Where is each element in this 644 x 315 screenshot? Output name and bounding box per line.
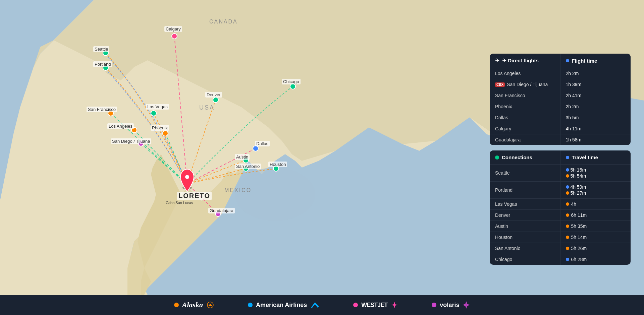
svg-point-29 [185,175,189,179]
city-aus: Austin [490,221,560,232]
time-sea: 5h 15m 5h 54m [560,165,631,181]
mexico-region-label: MEXICO [223,187,253,194]
svg-point-19 [163,131,168,136]
footer: Alaska American Airlines WESTJET volaris [0,295,644,315]
conn-row-hou: Houston 5h 14m [490,232,631,243]
connections-panel: Connections Travel time Seattle 5h 15m 5… [490,150,631,265]
hou-dot [566,236,569,239]
plane-icon: ✈ [495,58,499,64]
time-sat: 5h 26m [560,243,631,254]
volaris-brand: volaris [432,301,470,309]
city-sd: CBX San Diego / Tijuana [490,79,560,90]
american-name: American Airlines [256,302,307,309]
chi-dot [566,258,569,261]
flight-time-dot [566,59,569,62]
american-icon [310,302,320,308]
city-phx: Phoenix [490,101,560,112]
time-phx: 2h 2m [560,101,631,112]
sanantonio-label: San Antonio [235,164,261,169]
city-hou: Houston [490,232,560,243]
time-dal: 3h 5m [560,112,631,123]
cabosanlucas-label: Cabo San Lucas [164,200,194,205]
svg-point-13 [172,34,177,39]
direct-row-yyc: Calgary 4h 11m [490,123,631,134]
connections-header: Connections Travel time [490,150,631,165]
travel-time-dot [566,156,569,159]
conn-row-den: Denver 6h 11m [490,210,631,221]
connections-label: Connections [502,154,532,160]
conn-row-las: Las Vegas 4h [490,199,631,210]
sanfrancisco-label: San Francisco [87,107,117,112]
connections-dot [495,155,499,160]
city-dal: Dallas [490,112,560,123]
direct-flights-panel: ✈ ✈ Direct flights Flight time Los Angel… [490,54,631,145]
svg-point-26 [290,84,296,89]
lasvegas-label: Las Vegas [146,104,169,110]
direct-flights-header-col2: Flight time [560,54,631,68]
time-sf: 2h 41m [560,90,631,101]
city-yyc: Calgary [490,123,560,134]
loreto-label loreto-label: LORETO [177,192,212,200]
american-brand: American Airlines [248,302,320,309]
usa-region-label: USA [198,104,216,112]
time-hou: 5h 14m [560,232,631,243]
direct-row-sd: CBX San Diego / Tijuana 1h 39m [490,79,631,90]
city-sat: San Antonio [490,243,560,254]
sandiego-label: San Diego / Tijuana [111,138,151,144]
pdx-dot2 [566,191,569,195]
time-chi: 6h 28m [560,254,631,265]
direct-row-sf: San Francisco 2h 41m [490,90,631,101]
time-den: 6h 11m [560,210,631,220]
chicago-label: Chicago [282,79,301,84]
houston-label: Houston [268,162,287,167]
aus-dot [566,225,569,228]
dallas-label: Dallas [255,141,270,146]
svg-point-5 [235,168,315,221]
portland-label: Portland [93,61,112,67]
westjet-dot [353,303,358,307]
info-panel: ✈ ✈ Direct flights Flight time Los Angel… [490,54,631,265]
calgary-label: Calgary [164,26,182,32]
travel-time-label: Travel time [572,154,598,160]
time-pdx: 4h 59m 5h 27m [560,182,631,198]
connections-header-col2: Travel time [560,150,631,164]
city-pdx: Portland [490,182,560,198]
svg-point-21 [213,97,218,103]
time-la: 2h 2m [560,68,631,79]
connections-header-col1: Connections [490,150,560,164]
american-dot [248,303,253,307]
conn-row-pdx: Portland 4h 59m 5h 27m [490,182,631,199]
direct-row-la: Los Angeles 2h 2m [490,68,631,79]
svg-point-20 [151,111,156,116]
direct-row-dal: Dallas 3h 5m [490,112,631,123]
volaris-icon [463,301,470,309]
conn-row-sat: San Antonio 5h 26m [490,243,631,254]
city-la: Los Angeles [490,68,560,79]
volaris-dot [432,303,436,307]
direct-flights-header: ✈ ✈ Direct flights Flight time [490,54,631,68]
phoenix-label: Phoenix [151,125,169,131]
sea-dot2 [566,174,569,178]
losangeles-label: Los Angeles [107,123,134,129]
direct-flights-header-col1: ✈ ✈ Direct flights [490,54,560,68]
sea-dot1 [566,168,569,172]
city-las: Las Vegas [490,199,560,209]
city-chi: Chicago [490,254,560,265]
denver-label: Denver [205,92,222,98]
volaris-name: volaris [440,302,459,309]
las-dot [566,202,569,206]
westjet-icon [391,301,398,309]
time-yyc: 4h 11m [560,123,631,134]
den-dot [566,213,569,217]
sat-dot [566,247,569,250]
city-sea: Seattle [490,165,560,181]
conn-row-aus: Austin 5h 35m [490,221,631,232]
austin-label: Austin [235,154,250,160]
svg-point-22 [253,146,258,151]
canada-region-label: CANADA [208,18,239,25]
conn-row-sea: Seattle 5h 15m 5h 54m [490,165,631,182]
city-sf: San Francisco [490,90,560,101]
map-container: Calgary Seattle Portland San Francisco L… [0,0,644,295]
conn-row-chi: Chicago 6h 28m [490,254,631,265]
seattle-label: Seattle [93,46,109,52]
